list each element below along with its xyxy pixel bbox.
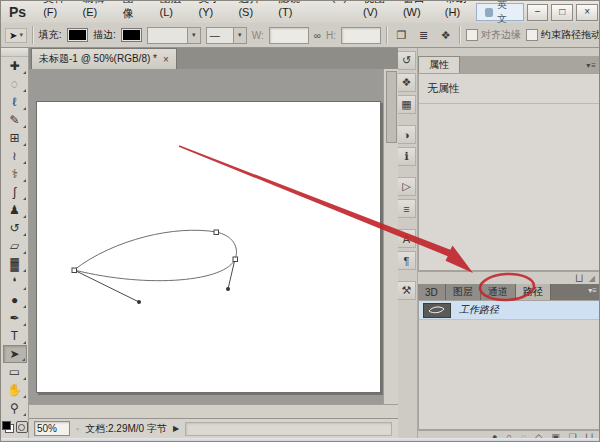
- stroke-color-swatch[interactable]: [121, 28, 143, 42]
- character-panel-icon: A: [403, 233, 410, 245]
- zoom-tool[interactable]: ⚲: [3, 399, 27, 417]
- path-selection-tool[interactable]: ➤: [3, 345, 27, 363]
- status-groove: [185, 422, 392, 436]
- lasso-tool[interactable]: ℓ: [3, 93, 27, 111]
- minimize-button[interactable]: −: [527, 4, 549, 21]
- crop-tool[interactable]: ⊞: [3, 129, 27, 147]
- trash-icon[interactable]: ⨆: [576, 273, 583, 284]
- canvas[interactable]: [36, 101, 381, 393]
- healing-brush-tool[interactable]: ⚕: [3, 165, 27, 183]
- properties-panel: 无属性: [418, 73, 600, 271]
- clone-stamp-tool[interactable]: ♟: [3, 201, 27, 219]
- marquee-tool[interactable]: ◌: [3, 75, 27, 93]
- presets-panel-button[interactable]: ≡: [398, 199, 416, 218]
- blur-tool[interactable]: ❛: [3, 273, 27, 291]
- align-edges-checkbox[interactable]: 对齐边缘: [466, 28, 521, 42]
- foreground-background-swatches[interactable]: [2, 421, 14, 433]
- tool-preset-picker[interactable]: ➤ ▾: [5, 28, 27, 43]
- vertical-scrollbar[interactable]: [383, 69, 398, 404]
- eraser-icon: ▱: [10, 239, 19, 253]
- tab-channels[interactable]: 通道: [481, 284, 516, 300]
- horizontal-scrollbar[interactable]: [29, 404, 398, 418]
- fill-color-swatch[interactable]: [67, 28, 89, 42]
- collapsed-panel-strip: ↺ ❖ ▦ ◑ ℹ ▷ ≡ A ¶ ⚒: [398, 48, 418, 442]
- move-tool[interactable]: ✚: [3, 57, 27, 75]
- quick-mask-button[interactable]: [16, 421, 28, 433]
- fill-label: 填充:: [39, 28, 62, 42]
- styles-panel-button[interactable]: ◑: [398, 125, 416, 144]
- stroke-style-dropdown[interactable]: — ▾: [206, 27, 247, 44]
- gradient-icon: ▓: [10, 257, 19, 271]
- clone-stamp-icon: ♟: [9, 203, 20, 217]
- eraser-tool[interactable]: ▱: [3, 237, 27, 255]
- tab-paths[interactable]: 路径: [516, 284, 551, 300]
- document-tab[interactable]: 未标题-1 @ 50%(RGB/8) * ×: [31, 48, 177, 69]
- constrain-path-drag-checkbox[interactable]: 约束路径拖动: [526, 28, 600, 42]
- tab-layers[interactable]: 图层: [446, 284, 481, 300]
- info-panel-button[interactable]: ℹ: [398, 147, 416, 166]
- quick-selection-tool[interactable]: ✎: [3, 111, 27, 129]
- eyedropper-tool[interactable]: ≀: [3, 147, 27, 165]
- brush-icon: ʃ: [13, 185, 16, 199]
- timeline-panel-button[interactable]: ⚒: [398, 281, 416, 300]
- zoom-icon: ⚲: [10, 401, 19, 415]
- close-button[interactable]: ×: [576, 4, 598, 21]
- tab-3d[interactable]: 3D: [418, 284, 446, 300]
- quick-mask-icon: [18, 424, 25, 431]
- path-alignment-icon[interactable]: ≣: [415, 26, 432, 44]
- tab-layers-label: 图层: [453, 285, 473, 299]
- scrollbar-thumb[interactable]: [386, 71, 397, 143]
- gradient-tool[interactable]: ▓: [3, 255, 27, 273]
- close-document-icon[interactable]: ×: [163, 54, 169, 65]
- separator: [386, 26, 388, 44]
- foreground-color-icon: [2, 421, 11, 430]
- adjustments-panel-icon: ▦: [401, 98, 411, 111]
- resize-grip-icon[interactable]: ◢: [589, 274, 595, 283]
- ime-indicator[interactable]: 英文: [476, 3, 524, 21]
- properties-panel-footer: ⨆ ◢: [418, 271, 600, 284]
- zoom-level-field[interactable]: 50%: [34, 421, 70, 436]
- dodge-icon: ●: [11, 293, 18, 307]
- rectangle-tool[interactable]: ▭: [3, 363, 27, 381]
- work-path-row[interactable]: 工作路径: [419, 301, 600, 320]
- tools-panel-grip[interactable]: [1, 48, 28, 57]
- adjustments-panel-button[interactable]: ▦: [398, 95, 416, 114]
- actions-panel-button[interactable]: ▷: [398, 177, 416, 196]
- path-arrangement-icon[interactable]: ❖: [437, 26, 454, 44]
- height-field[interactable]: [341, 27, 381, 44]
- stroke-width-dropdown[interactable]: ▾: [147, 27, 200, 44]
- brush-tool[interactable]: ʃ: [3, 183, 27, 201]
- tab-channels-label: 通道: [488, 285, 508, 299]
- status-menu-arrow-icon[interactable]: ▶: [173, 424, 179, 433]
- align-edges-label: 对齐边缘: [481, 28, 521, 42]
- crop-icon: ⊞: [9, 131, 19, 145]
- tab-properties[interactable]: 属性: [418, 56, 460, 73]
- title-menu-bar: Ps 文件(F) 编辑(E) 图像(I) 图层(L) 文字(Y) 选择(S) 滤…: [1, 1, 600, 24]
- paragraph-panel-button[interactable]: ¶: [398, 251, 416, 270]
- width-field[interactable]: [269, 27, 309, 44]
- dodge-tool[interactable]: ●: [3, 291, 27, 309]
- tool-options-bar: ➤ ▾ 填充: 描边: ▾ — ▾ W: ∞ H: ❐ ≣ ❖ 对齐边缘 约束路…: [1, 23, 600, 48]
- healing-brush-icon: ⚕: [11, 167, 18, 181]
- panel-menu-icon[interactable]: ▾≡: [586, 61, 600, 73]
- path-thumbnail: [423, 303, 451, 318]
- checkbox-icon: [526, 29, 538, 41]
- history-brush-tool[interactable]: ↺: [3, 219, 27, 237]
- panel-menu-icon[interactable]: ▾≡: [588, 284, 600, 300]
- lasso-icon: ℓ: [13, 95, 17, 109]
- properties-tab-bar: 属性 ▾≡: [418, 56, 600, 73]
- hand-tool[interactable]: ✋: [3, 381, 27, 399]
- maximize-button[interactable]: □: [551, 4, 573, 21]
- type-tool[interactable]: T: [3, 327, 27, 345]
- link-dimensions-icon[interactable]: ∞: [314, 30, 321, 41]
- h-label: H:: [326, 30, 336, 41]
- history-panel-button[interactable]: ↺: [398, 51, 416, 70]
- character-panel-button[interactable]: A: [398, 229, 416, 248]
- pen-tool[interactable]: ✒: [3, 309, 27, 327]
- checkbox-icon: [466, 29, 478, 41]
- swatches-panel-button[interactable]: ❖: [398, 73, 416, 92]
- right-panel-dock: ↺ ❖ ▦ ◑ ℹ ▷ ≡ A ¶ ⚒ 属性 ▾≡ 无属性 ⨆: [398, 48, 600, 442]
- path-operations-icon[interactable]: ❐: [393, 26, 410, 44]
- ime-icon: [485, 8, 493, 17]
- presets-panel-icon: ≡: [403, 203, 409, 215]
